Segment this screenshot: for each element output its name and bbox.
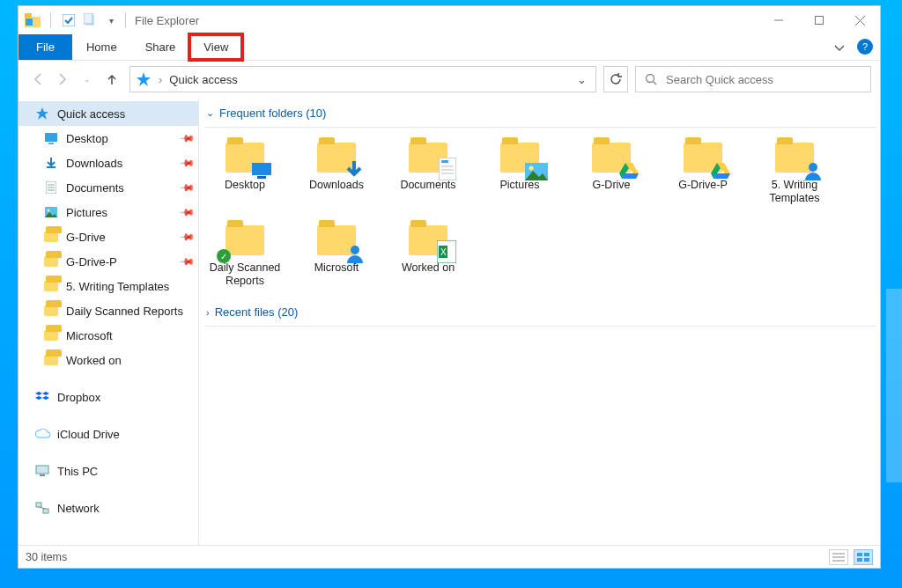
folder-tile[interactable]: Desktop xyxy=(204,133,285,216)
sidebar-item-desktop[interactable]: Desktop 📌 xyxy=(18,126,198,151)
back-button[interactable] xyxy=(27,69,48,90)
sidebar-item-downloads[interactable]: Downloads 📌 xyxy=(18,151,198,175)
svg-point-44 xyxy=(351,246,359,254)
sidebar-item-label: Worked on xyxy=(66,354,122,367)
sync-check-badge-icon: ✓ xyxy=(217,249,231,263)
refresh-button[interactable] xyxy=(603,66,628,92)
qat-customize-chevron-icon[interactable]: ▾ xyxy=(102,11,120,29)
folder-tile[interactable]: Documents xyxy=(388,133,469,216)
sidebar-item-microsoft[interactable]: Microsoft xyxy=(18,323,198,348)
folder-icon xyxy=(43,229,59,245)
folder-label: G-Drive-P xyxy=(678,179,728,192)
sidebar-network[interactable]: Network xyxy=(18,496,198,520)
svg-marker-42 xyxy=(713,173,730,179)
sidebar-item-pictures[interactable]: Pictures 📌 xyxy=(18,200,198,224)
folder-icon xyxy=(312,219,361,261)
folder-tile[interactable]: ✓Daily Scanned Reports xyxy=(204,216,285,298)
item-count: 30 items xyxy=(26,551,67,563)
breadcrumb-separator-icon[interactable]: › xyxy=(159,73,162,86)
frequent-folders-header[interactable]: ⌄ Frequent folders (10) xyxy=(204,103,876,127)
recent-locations-chevron-icon[interactable]: ⌄ xyxy=(77,69,98,90)
sidebar-dropbox[interactable]: Dropbox xyxy=(18,385,198,409)
sidebar-this-pc[interactable]: This PC xyxy=(18,459,198,483)
up-button[interactable] xyxy=(101,69,122,90)
title-bar: ▾ File Explorer xyxy=(18,6,880,34)
document-file-icon xyxy=(43,180,59,195)
svg-marker-39 xyxy=(622,173,639,179)
folder-label: Documents xyxy=(400,179,455,192)
folder-icon xyxy=(43,254,59,269)
maximize-button[interactable] xyxy=(799,8,839,33)
pin-icon: 📌 xyxy=(178,253,195,269)
folder-tile[interactable]: G-Drive xyxy=(571,133,652,216)
large-icons-view-button[interactable] xyxy=(854,549,873,565)
folder-tile[interactable]: XWorked on xyxy=(388,216,469,298)
desktop-background-accent xyxy=(886,289,902,482)
breadcrumb-location[interactable]: Quick access xyxy=(169,73,237,86)
search-input[interactable] xyxy=(666,73,861,86)
sidebar-quick-access[interactable]: Quick access xyxy=(18,101,198,126)
search-box[interactable] xyxy=(635,66,871,92)
folder-tile[interactable]: G-Drive-P xyxy=(662,133,743,216)
tab-view[interactable]: View xyxy=(189,34,242,60)
desktop-overlay-icon xyxy=(250,161,273,180)
svg-rect-25 xyxy=(36,503,41,507)
sidebar-item-label: Microsoft xyxy=(66,329,113,342)
sidebar-item-gdrive-p[interactable]: G-Drive-P 📌 xyxy=(18,249,198,274)
address-dropdown-chevron-icon[interactable]: ⌄ xyxy=(573,73,590,86)
svg-rect-54 xyxy=(864,558,869,562)
document-overlay-icon xyxy=(439,158,456,180)
recent-files-header[interactable]: › Recent files (20) xyxy=(204,302,876,326)
sidebar-item-worked-on[interactable]: Worked on xyxy=(18,348,198,372)
svg-point-43 xyxy=(809,163,817,172)
sidebar-label: This PC xyxy=(57,465,98,478)
folder-tile[interactable]: 5. Writing Templates xyxy=(754,133,835,216)
sidebar-label: iCloud Drive xyxy=(57,428,120,441)
this-pc-icon xyxy=(34,463,50,479)
pin-icon: 📌 xyxy=(178,154,195,171)
folder-tile[interactable]: Downloads xyxy=(296,133,377,216)
content-pane: ⌄ Frequent folders (10) DesktopDownloads… xyxy=(199,98,880,545)
pin-icon: 📌 xyxy=(178,179,195,195)
help-button[interactable]: ? xyxy=(857,39,873,55)
folder-label: Daily Scanned Reports xyxy=(206,261,284,288)
minimize-button[interactable] xyxy=(758,8,799,33)
sidebar-item-gdrive[interactable]: G-Drive 📌 xyxy=(18,224,198,249)
sidebar-icloud[interactable]: iCloud Drive xyxy=(18,422,198,446)
folder-icon xyxy=(403,136,453,179)
star-icon xyxy=(34,106,50,121)
tab-home[interactable]: Home xyxy=(72,34,131,60)
tab-share[interactable]: Share xyxy=(131,34,190,60)
pin-icon: 📌 xyxy=(178,228,195,245)
folder-tile[interactable]: Pictures xyxy=(479,133,560,216)
sidebar-item-label: 5. Writing Templates xyxy=(66,280,169,293)
pin-icon: 📌 xyxy=(178,203,195,220)
folder-label: Downloads xyxy=(309,179,364,192)
details-view-button[interactable] xyxy=(829,549,848,565)
download-overlay-icon xyxy=(344,159,365,180)
svg-rect-3 xyxy=(63,14,75,26)
window-title: File Explorer xyxy=(135,14,199,27)
tab-file[interactable]: File xyxy=(18,34,72,60)
sidebar-item-writing-templates[interactable]: 5. Writing Templates xyxy=(18,274,198,298)
new-folder-qat-icon[interactable] xyxy=(81,11,99,29)
ribbon-expand-chevron-icon[interactable] xyxy=(825,34,854,60)
sidebar-item-documents[interactable]: Documents 📌 xyxy=(18,175,198,200)
svg-rect-28 xyxy=(252,163,271,175)
svg-line-12 xyxy=(654,82,657,85)
status-bar: 30 items xyxy=(18,545,880,568)
folder-label: Microsoft xyxy=(314,261,359,275)
forward-button[interactable] xyxy=(52,69,73,90)
svg-rect-15 xyxy=(48,143,54,144)
collapse-caret-icon: ⌄ xyxy=(206,107,214,119)
close-button[interactable] xyxy=(839,8,880,33)
sidebar-item-label: Documents xyxy=(66,181,124,195)
quick-access-toolbar: ▾ xyxy=(18,11,120,29)
sidebar-item-label: G-Drive xyxy=(66,231,106,244)
svg-rect-14 xyxy=(45,133,57,142)
svg-point-22 xyxy=(48,209,50,212)
sidebar-item-daily-scanned[interactable]: Daily Scanned Reports xyxy=(18,298,198,323)
address-bar[interactable]: › Quick access ⌄ xyxy=(129,66,596,92)
properties-checkbox-icon[interactable] xyxy=(60,11,78,29)
folder-tile[interactable]: Microsoft xyxy=(296,216,377,298)
